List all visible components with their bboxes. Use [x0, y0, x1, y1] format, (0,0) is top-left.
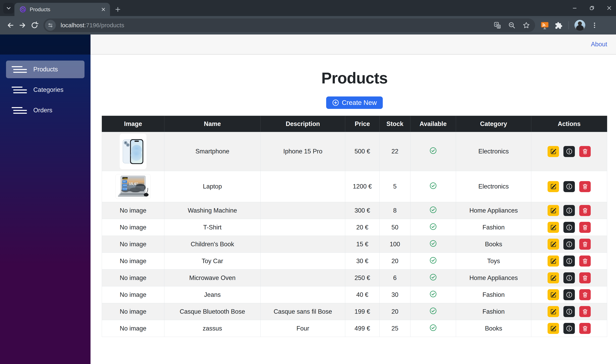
- delete-button[interactable]: [579, 222, 591, 233]
- toolbar-divider: [568, 21, 569, 29]
- tune-icon: [48, 23, 53, 28]
- edit-button[interactable]: [548, 272, 559, 283]
- details-button[interactable]: [563, 239, 575, 250]
- edit-button[interactable]: [548, 205, 559, 216]
- delete-button[interactable]: [579, 306, 591, 317]
- available-check-icon: [429, 223, 437, 230]
- cell-description: [261, 253, 345, 270]
- translate-icon[interactable]: G: [494, 22, 501, 29]
- delete-button[interactable]: [579, 256, 591, 267]
- details-button[interactable]: [563, 289, 575, 300]
- extensions-puzzle-icon[interactable]: [555, 21, 563, 29]
- window-restore-button[interactable]: [589, 5, 595, 11]
- cell-name: Jeans: [164, 286, 260, 303]
- product-image-laptop: 15,6'' 1080p Intel 16GB 512GB: [115, 174, 151, 199]
- delete-button[interactable]: [579, 205, 591, 216]
- cell-stock: 30: [380, 286, 411, 303]
- about-link[interactable]: About: [591, 41, 607, 48]
- trash-icon: [582, 258, 588, 264]
- edit-button[interactable]: [548, 256, 559, 267]
- edit-button[interactable]: [548, 289, 559, 300]
- tab-search-button[interactable]: [3, 3, 14, 14]
- profile-avatar[interactable]: [575, 20, 585, 31]
- edit-button[interactable]: [548, 306, 559, 317]
- edit-button[interactable]: [548, 239, 559, 250]
- details-button[interactable]: [563, 272, 575, 283]
- window-minimize-button[interactable]: [572, 5, 577, 11]
- delete-button[interactable]: [579, 289, 591, 300]
- sidebar-item-categories[interactable]: Categories: [6, 81, 84, 99]
- no-image-text: No image: [120, 274, 147, 281]
- delete-button[interactable]: [579, 323, 591, 334]
- svg-text:512GB: 512GB: [123, 188, 127, 190]
- edit-button[interactable]: [548, 181, 559, 192]
- delete-button[interactable]: [579, 181, 591, 192]
- screen-cast-extension-icon[interactable]: [540, 21, 549, 30]
- available-check-icon: [429, 324, 437, 331]
- cell-stock: 50: [380, 219, 411, 236]
- no-image-text: No image: [120, 291, 147, 298]
- available-check-icon: [429, 182, 437, 189]
- cell-description: [261, 171, 345, 202]
- edit-button[interactable]: [548, 146, 559, 157]
- info-circle-icon: [566, 309, 573, 315]
- bookmark-star-icon[interactable]: [523, 22, 530, 29]
- tab-close-icon[interactable]: [101, 7, 106, 12]
- cell-price: 500 €: [345, 132, 380, 171]
- cell-price: 15 €: [345, 236, 380, 253]
- details-button[interactable]: [563, 205, 575, 216]
- delete-button[interactable]: [579, 146, 591, 157]
- create-new-button[interactable]: Create New: [326, 96, 383, 109]
- cell-category: Home Appliances: [456, 270, 531, 286]
- forward-arrow-icon: [18, 21, 27, 29]
- sidebar-item-products[interactable]: Products: [6, 61, 84, 78]
- menu-kebab-icon[interactable]: [591, 22, 598, 29]
- cell-price: 300 €: [345, 202, 380, 219]
- svg-text:15,6'': 15,6'': [129, 182, 138, 186]
- trash-icon: [582, 325, 588, 332]
- available-check-icon: [429, 206, 437, 213]
- available-check-icon: [429, 290, 437, 298]
- no-image-text: No image: [120, 224, 147, 231]
- new-tab-button[interactable]: [112, 4, 123, 15]
- cell-category: Home Appliances: [456, 202, 531, 219]
- cell-price: 1200 €: [345, 171, 380, 202]
- browser-tab-products[interactable]: Products: [14, 3, 110, 16]
- list-icon: [12, 107, 26, 114]
- window-close-button[interactable]: [606, 5, 612, 11]
- back-button[interactable]: [4, 19, 16, 31]
- pencil-square-icon: [550, 309, 556, 315]
- address-bar[interactable]: localhost:7196/products G: [43, 18, 535, 32]
- sidebar-item-label: Products: [33, 66, 58, 73]
- details-button[interactable]: [563, 181, 575, 192]
- cell-price: 20 €: [345, 219, 380, 236]
- details-button[interactable]: [563, 306, 575, 317]
- details-button[interactable]: [563, 146, 575, 157]
- available-check-icon: [429, 240, 437, 247]
- svg-text:1080p: 1080p: [123, 178, 128, 179]
- cell-price: 199 €: [345, 303, 380, 320]
- edit-button[interactable]: [548, 222, 559, 233]
- available-check-icon: [429, 147, 437, 154]
- url-path: :7196/products: [84, 22, 124, 28]
- pencil-square-icon: [550, 208, 556, 214]
- trash-icon: [582, 309, 588, 315]
- cell-description: [261, 286, 345, 303]
- delete-button[interactable]: [579, 239, 591, 250]
- zoom-out-icon[interactable]: [508, 22, 515, 29]
- cell-stock: 22: [380, 132, 411, 171]
- sidebar-item-orders[interactable]: Orders: [6, 102, 84, 119]
- site-info-button[interactable]: [45, 20, 56, 31]
- cell-price: 40 €: [345, 286, 380, 303]
- table-header-row: Image Name Description Price Stock Avail…: [102, 116, 607, 132]
- url-text[interactable]: localhost:7196/products: [61, 22, 124, 29]
- delete-button[interactable]: [579, 272, 591, 283]
- details-button[interactable]: [563, 222, 575, 233]
- cell-name: Washing Machine: [164, 202, 260, 219]
- edit-button[interactable]: [548, 323, 559, 334]
- details-button[interactable]: [563, 256, 575, 267]
- col-header-name: Name: [164, 116, 260, 132]
- forward-button[interactable]: [16, 19, 28, 31]
- details-button[interactable]: [563, 323, 575, 334]
- reload-button[interactable]: [28, 19, 40, 31]
